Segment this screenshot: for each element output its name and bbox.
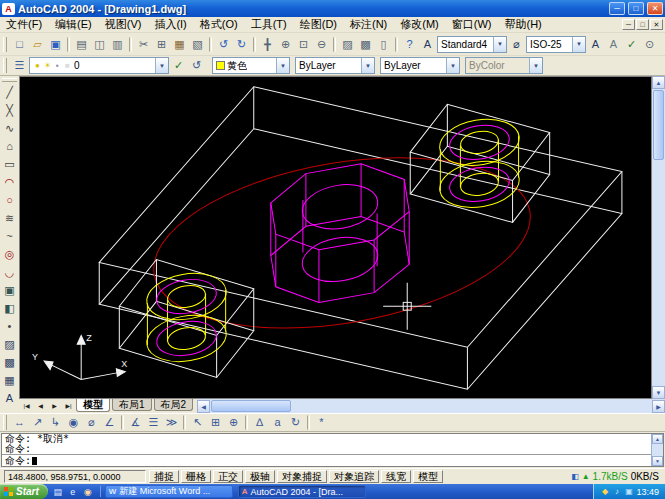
command-input-line[interactable]: 命令: (2, 455, 651, 466)
menu-help[interactable]: 帮助(H) (499, 17, 548, 32)
dimdiameter-icon[interactable]: ⌀ (83, 414, 100, 431)
menu-modify[interactable]: 修改(M) (394, 17, 445, 32)
designcenter-icon[interactable]: ▩ (357, 36, 374, 53)
match-properties-icon[interactable]: ▧ (189, 36, 206, 53)
dimangular-icon[interactable]: ∠ (101, 414, 118, 431)
next-tab-button[interactable]: ▶ (48, 400, 61, 412)
find-icon[interactable]: ⊙ (641, 36, 658, 53)
menu-insert[interactable]: 插入(I) (148, 17, 192, 32)
layer-color-chip-icon[interactable]: ■ (63, 60, 72, 71)
make-block-icon[interactable]: ◧ (1, 300, 18, 317)
scroll-up-icon[interactable]: ▲ (652, 76, 665, 89)
properties-icon[interactable]: ▨ (339, 36, 356, 53)
text-style-combo[interactable]: Standard4 ▼ (437, 36, 507, 53)
command-scrollbar[interactable]: ▲ ▼ (651, 434, 663, 466)
horizontal-scroll-thumb[interactable] (211, 400, 291, 412)
paste-icon[interactable]: ▦ (171, 36, 188, 53)
layer-previous-icon[interactable]: ↺ (188, 57, 205, 74)
drawing-viewport[interactable]: Z X Y (20, 77, 651, 398)
mdi-close-button[interactable]: ✕ (650, 19, 663, 30)
lineweight-combo[interactable]: ByLayer ▼ (380, 57, 460, 74)
redo-icon[interactable]: ↻ (233, 36, 250, 53)
dimlinear-icon[interactable]: ↔ (11, 414, 28, 431)
construction-line-icon[interactable]: ╳ (1, 102, 18, 119)
mdi-restore-button[interactable]: □ (636, 19, 649, 30)
menu-view[interactable]: 视图(V) (99, 17, 148, 32)
horizontal-scroll-track[interactable] (292, 399, 652, 413)
circle-icon[interactable]: ○ (1, 192, 18, 209)
menu-file[interactable]: 文件(F) (0, 17, 48, 32)
mdi-minimize-button[interactable]: ─ (622, 19, 635, 30)
command-history[interactable]: 命令: *取消*命令: (2, 434, 651, 455)
task-autocad[interactable]: AAutoCAD 2004 - [Dra... (238, 485, 366, 498)
network-tray-icon[interactable]: ▣ (623, 486, 634, 498)
layer-freeze-icon[interactable]: ☀ (43, 60, 52, 71)
antivirus-tray-icon[interactable]: ◆ (599, 486, 610, 498)
scroll-right-icon[interactable]: ▶ (652, 400, 665, 413)
menu-draw[interactable]: 绘图(D) (294, 17, 343, 32)
dropdown-arrow-icon[interactable]: ▼ (446, 58, 459, 73)
toolbar-grip[interactable] (3, 58, 7, 73)
new-icon[interactable]: □ (11, 36, 28, 53)
polar-toggle[interactable]: 极轴 (245, 470, 275, 483)
dropdown-arrow-icon[interactable]: ▼ (572, 37, 585, 52)
show-desktop-icon[interactable]: ▤ (51, 485, 65, 498)
help-icon[interactable]: ? (401, 36, 418, 53)
lineweight-toggle[interactable]: 线宽 (381, 470, 411, 483)
text-style-icon[interactable]: A (419, 36, 436, 53)
otrack-toggle[interactable]: 对象追踪 (329, 470, 379, 483)
tool-palettes-icon[interactable]: ▯ (375, 36, 392, 53)
polyline-icon[interactable]: ∿ (1, 120, 18, 137)
dimbaseline-icon[interactable]: ☰ (145, 414, 162, 431)
spline-icon[interactable]: ~ (1, 228, 18, 245)
dimaligned-icon[interactable]: ↗ (29, 414, 46, 431)
dimcontinue-icon[interactable]: ≫ (163, 414, 180, 431)
restore-button[interactable]: □ (628, 2, 644, 15)
dropdown-arrow-icon[interactable]: ▼ (361, 58, 374, 73)
dimedit-icon[interactable]: ∆ (251, 414, 268, 431)
task-word[interactable]: W新建 Microsoft Word ... (105, 485, 233, 498)
dimordinate-icon[interactable]: ↳ (47, 414, 64, 431)
layer-on-icon[interactable]: ● (33, 60, 42, 71)
first-tab-button[interactable]: |◀ (20, 400, 33, 412)
quickleader-icon[interactable]: ↖ (189, 414, 206, 431)
vertical-scroll-thumb[interactable] (653, 90, 664, 160)
start-button[interactable]: Start (0, 484, 48, 499)
publish-icon[interactable]: ▥ (109, 36, 126, 53)
layer-manager-icon[interactable]: ☰ (11, 57, 28, 74)
quickdim-icon[interactable]: ∡ (127, 414, 144, 431)
ellipse-icon[interactable]: ◎ (1, 246, 18, 263)
mtext-icon[interactable]: A (587, 36, 604, 53)
dim-style-icon[interactable]: ⌀ (508, 36, 525, 53)
osnap-toggle[interactable]: 对象捕捉 (277, 470, 327, 483)
last-tab-button[interactable]: ▶| (62, 400, 75, 412)
snap-toggle[interactable]: 捕捉 (149, 470, 179, 483)
scroll-down-icon[interactable]: ▼ (652, 456, 663, 466)
dropdown-arrow-icon[interactable]: ▼ (493, 37, 506, 52)
dimstyle-icon[interactable]: * (313, 414, 330, 431)
dropdown-arrow-icon[interactable]: ▼ (155, 58, 168, 73)
menu-window[interactable]: 窗口(W) (446, 17, 498, 32)
menu-format[interactable]: 格式(O) (194, 17, 244, 32)
linetype-combo[interactable]: ByLayer ▼ (295, 57, 375, 74)
ie-icon[interactable]: e (66, 485, 80, 498)
menu-edit[interactable]: 编辑(E) (49, 17, 98, 32)
hatch-icon[interactable]: ▨ (1, 336, 18, 353)
tolerance-icon[interactable]: ⊞ (207, 414, 224, 431)
ortho-toggle[interactable]: 正交 (213, 470, 243, 483)
zoom-realtime-icon[interactable]: ⊕ (277, 36, 294, 53)
prev-tab-button[interactable]: ◀ (34, 400, 47, 412)
dtext-icon[interactable]: A (605, 36, 622, 53)
color-combo[interactable]: 黄色 ▼ (212, 57, 290, 74)
line-icon[interactable]: ╱ (1, 84, 18, 101)
tab-layout2[interactable]: 布局2 (154, 399, 194, 411)
plate-wireframe[interactable] (99, 87, 622, 389)
dropdown-arrow-icon[interactable]: ▼ (276, 58, 289, 73)
menu-dimension[interactable]: 标注(N) (344, 17, 393, 32)
clock[interactable]: 13:49 (636, 487, 659, 497)
save-icon[interactable]: ▣ (47, 36, 64, 53)
tab-model[interactable]: 模型 (76, 399, 110, 412)
insert-block-icon[interactable]: ▣ (1, 282, 18, 299)
layer-combo[interactable]: ●☀▪■ 0 ▼ (29, 57, 169, 74)
scroll-down-icon[interactable]: ▼ (652, 386, 665, 399)
